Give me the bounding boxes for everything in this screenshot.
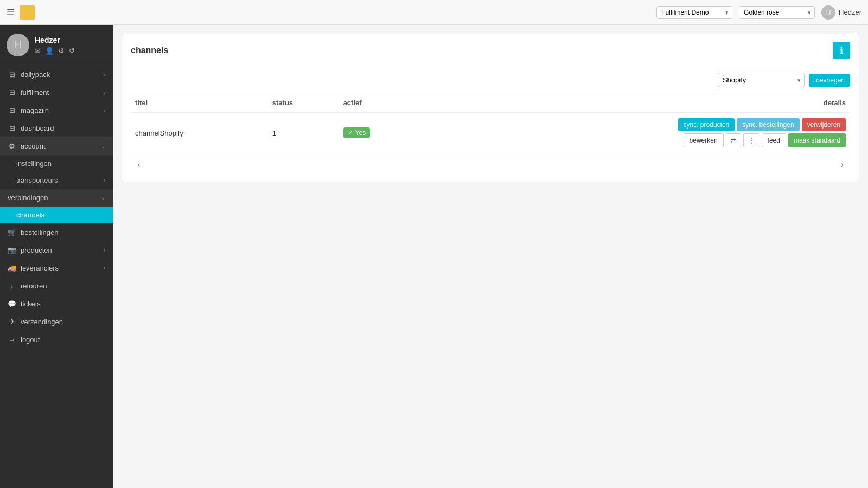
- chevron-down-icon: ⌄: [101, 143, 105, 149]
- sidebar-item-dailypack[interactable]: ⊞ dailypack ›: [0, 66, 113, 84]
- dailypack-icon: ⊞: [8, 70, 16, 79]
- table-row: channelShopify 1 Yes sync. producten: [131, 113, 850, 153]
- fulfilment-icon: ⊞: [8, 88, 16, 97]
- sidebar-item-tickets[interactable]: 💬 tickets: [0, 295, 113, 313]
- sidebar-item-dashboard[interactable]: ⊞ dashboard: [0, 119, 113, 137]
- prev-page-button[interactable]: ‹: [133, 158, 144, 172]
- next-page-button[interactable]: ›: [837, 158, 848, 172]
- dashboard-icon: ⊞: [8, 124, 16, 132]
- bestellingen-icon: 🛒: [8, 228, 16, 236]
- profile-icons: ✉ 👤 ⚙ ↺: [35, 47, 75, 55]
- magazijn-icon: ⊞: [8, 106, 16, 114]
- sidebar-item-channels[interactable]: channels: [0, 207, 113, 223]
- sidebar-item-label-retouren: retouren: [21, 282, 47, 290]
- verwijderen-button[interactable]: verwijderen: [802, 118, 846, 131]
- refresh-icon[interactable]: ↺: [69, 47, 75, 55]
- content-toolbar: Shopify WooCommerce Magento toevoegen: [122, 67, 859, 93]
- sidebar-item-label-verbindingen: verbindingen: [8, 194, 48, 202]
- cell-actief: Yes: [339, 113, 425, 153]
- user-icon[interactable]: 👤: [45, 47, 54, 55]
- action-buttons: sync. producten sync. bestellingen verwi…: [429, 118, 846, 131]
- sidebar-item-bestellingen[interactable]: 🛒 bestellingen: [0, 223, 113, 241]
- shop-select[interactable]: Golden rose: [739, 6, 815, 19]
- logout-icon: →: [8, 336, 16, 344]
- avatar: H: [7, 34, 29, 56]
- chevron-right-icon: ›: [104, 107, 105, 113]
- feed-button[interactable]: feed: [762, 133, 786, 147]
- chevron-right-icon: ›: [104, 265, 105, 271]
- tickets-icon: 💬: [8, 300, 16, 308]
- topbar: ☰ Fulfilment Demo Golden rose H Hedzer: [0, 0, 868, 25]
- verzendingen-icon: ✈: [8, 318, 16, 326]
- sidebar-item-transporteurs[interactable]: transporteurs ›: [0, 172, 113, 189]
- user-avatar-icon: H: [821, 5, 835, 20]
- sidebar-item-label-dashboard: dashboard: [21, 124, 54, 132]
- settings-icon-button[interactable]: ⇄: [726, 133, 741, 147]
- sidebar-item-producten[interactable]: 📷 producten ›: [0, 241, 113, 259]
- sidebar-item-label-logout: logout: [21, 336, 40, 344]
- fulfilment-select-wrapper: Fulfilment Demo: [656, 6, 732, 19]
- sidebar-item-label-tickets: tickets: [21, 300, 41, 308]
- logo: [20, 5, 35, 20]
- channel-type-select-wrapper: Shopify WooCommerce Magento: [718, 73, 805, 87]
- topbar-right: Fulfilment Demo Golden rose H Hedzer: [656, 5, 861, 20]
- chevron-right-icon: ›: [104, 177, 105, 183]
- sidebar-item-leveranciers[interactable]: 🚚 leveranciers ›: [0, 259, 113, 277]
- gear-icon[interactable]: ⚙: [58, 47, 65, 55]
- sidebar-item-verzendingen[interactable]: ✈ verzendingen: [0, 313, 113, 331]
- info-button[interactable]: ℹ: [833, 42, 850, 59]
- envelope-icon[interactable]: ✉: [35, 47, 41, 55]
- sidebar-item-label-dailypack: dailypack: [21, 70, 50, 79]
- channel-type-select[interactable]: Shopify WooCommerce Magento: [718, 73, 805, 87]
- cell-titel: channelShopify: [131, 113, 268, 153]
- maak-standaard-button[interactable]: maak standaard: [788, 133, 846, 147]
- table-pagination: ‹ ›: [131, 153, 850, 176]
- sidebar-item-account[interactable]: ⚙ account ⌄: [0, 137, 113, 155]
- topbar-left: ☰: [7, 5, 35, 20]
- main-content: channels ℹ Shopify WooCommerce Magento t…: [113, 25, 868, 488]
- channels-table: titel status actief details channelShopi…: [131, 93, 850, 153]
- bewerken-button[interactable]: bewerken: [684, 133, 724, 147]
- col-header-actief: actief: [339, 93, 425, 113]
- sidebar-item-label-magazijn: magazijn: [21, 106, 49, 114]
- table-wrapper: titel status actief details channelShopi…: [122, 93, 859, 182]
- chevron-right-icon: ›: [104, 89, 105, 95]
- cell-status: 1: [268, 113, 339, 153]
- chevron-down-icon: ⌄: [101, 195, 105, 201]
- sidebar-item-verbindingen[interactable]: verbindingen ⌄: [0, 189, 113, 207]
- sidebar-item-label-bestellingen: bestellingen: [21, 228, 58, 236]
- actief-badge: Yes: [343, 127, 371, 138]
- chevron-right-icon: ›: [104, 247, 105, 253]
- share-icon-button[interactable]: ⋮: [743, 133, 760, 147]
- producten-icon: 📷: [8, 246, 16, 254]
- shop-select-wrapper: Golden rose: [739, 6, 815, 19]
- sidebar-item-logout[interactable]: → logout: [0, 331, 113, 349]
- sidebar-item-label-fulfilment: fulfilment: [21, 88, 49, 97]
- leveranciers-icon: 🚚: [8, 264, 16, 272]
- profile-name: Hedzer: [35, 36, 75, 44]
- add-button[interactable]: toevoegen: [809, 74, 850, 87]
- sidebar: H Hedzer ✉ 👤 ⚙ ↺ ⊞ dailypack ›: [0, 25, 113, 488]
- sidebar-item-retouren[interactable]: ↓ retouren: [0, 277, 113, 295]
- sidebar-item-instellingen[interactable]: instellingen: [0, 155, 113, 172]
- sync-producten-button[interactable]: sync. producten: [678, 118, 735, 131]
- page-title: channels: [131, 46, 168, 55]
- content-header: channels ℹ: [122, 34, 859, 67]
- layout: H Hedzer ✉ 👤 ⚙ ↺ ⊞ dailypack ›: [0, 25, 868, 488]
- retouren-icon: ↓: [8, 282, 16, 290]
- fulfilment-select[interactable]: Fulfilment Demo: [656, 6, 732, 19]
- sidebar-item-label-verzendingen: verzendingen: [21, 318, 63, 326]
- col-header-status: status: [268, 93, 339, 113]
- content-area: channels ℹ Shopify WooCommerce Magento t…: [122, 34, 859, 182]
- sidebar-item-fulfilment[interactable]: ⊞ fulfilment ›: [0, 84, 113, 101]
- sidebar-item-magazijn[interactable]: ⊞ magazijn ›: [0, 101, 113, 119]
- sidebar-item-label-producten: producten: [21, 246, 52, 254]
- sidebar-item-label-leveranciers: leveranciers: [21, 264, 59, 272]
- sidebar-item-label-account: account: [21, 142, 46, 150]
- hamburger-icon[interactable]: ☰: [7, 7, 14, 17]
- col-header-details: details: [425, 93, 850, 113]
- topbar-username: Hedzer: [839, 8, 861, 16]
- sidebar-nav: ⊞ dailypack › ⊞ fulfilment › ⊞ magazijn: [0, 62, 113, 488]
- topbar-user: H Hedzer: [821, 5, 861, 20]
- sync-bestellingen-button[interactable]: sync. bestellingen: [737, 118, 799, 131]
